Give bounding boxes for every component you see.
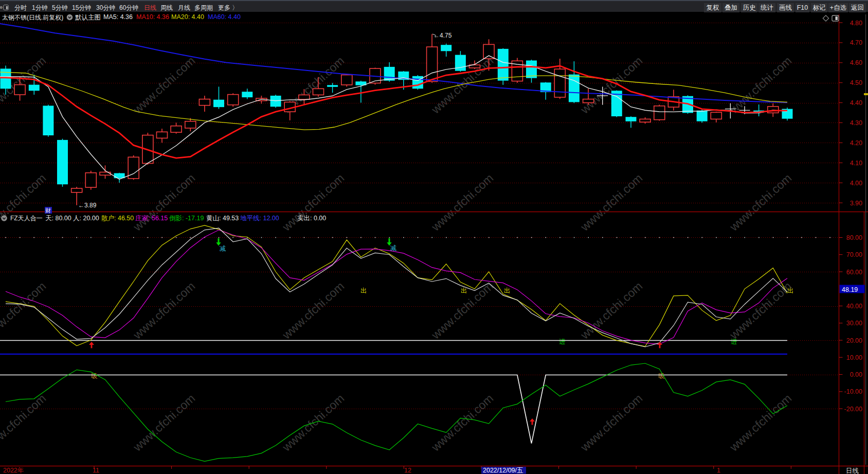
svg-text:11: 11 bbox=[93, 467, 99, 474]
svg-text:www.cfchi.com: www.cfchi.com bbox=[727, 171, 794, 234]
svg-text:出: 出 bbox=[787, 287, 794, 294]
svg-text:www.cfchi.com: www.cfchi.com bbox=[727, 392, 794, 454]
svg-text:出: 出 bbox=[504, 287, 511, 294]
svg-text:减: 减 bbox=[390, 244, 397, 252]
svg-text:www.cfchi.com: www.cfchi.com bbox=[279, 171, 347, 234]
svg-text:4.70: 4.70 bbox=[850, 39, 862, 46]
svg-text:www.cfchi.com: www.cfchi.com bbox=[0, 392, 48, 454]
svg-text:www.cfchi.com: www.cfchi.com bbox=[0, 171, 48, 234]
svg-text:出: 出 bbox=[360, 287, 367, 294]
svg-text:www.cfchi.com: www.cfchi.com bbox=[577, 392, 645, 454]
svg-text:20.00: 20.00 bbox=[846, 337, 862, 344]
svg-text:www.cfchi.com: www.cfchi.com bbox=[577, 171, 645, 234]
svg-text:←3.89: ←3.89 bbox=[78, 202, 97, 209]
svg-text:←4.75: ←4.75 bbox=[433, 32, 452, 39]
svg-text:4.80: 4.80 bbox=[850, 20, 862, 27]
svg-text:www.cfchi.com: www.cfchi.com bbox=[0, 279, 48, 342]
svg-text:1: 1 bbox=[717, 467, 720, 474]
svg-text:2022年: 2022年 bbox=[3, 467, 24, 474]
svg-text:减: 减 bbox=[220, 245, 226, 252]
svg-text:0.00: 0.00 bbox=[850, 371, 862, 378]
svg-text:www.cfchi.com: www.cfchi.com bbox=[279, 279, 347, 342]
svg-text:www.cfchi.com: www.cfchi.com bbox=[130, 279, 197, 342]
svg-text:4.40: 4.40 bbox=[850, 99, 862, 107]
svg-text:2022/12/09/五: 2022/12/09/五 bbox=[483, 467, 523, 474]
svg-text:4.60: 4.60 bbox=[850, 59, 862, 66]
svg-text:-20.00: -20.00 bbox=[844, 406, 862, 413]
svg-text:进: 进 bbox=[559, 338, 566, 345]
svg-text:48.19: 48.19 bbox=[842, 286, 858, 293]
svg-text:出: 出 bbox=[461, 287, 467, 294]
svg-text:财: 财 bbox=[45, 207, 51, 214]
svg-text:4.00: 4.00 bbox=[850, 180, 862, 187]
svg-text:-10.00: -10.00 bbox=[844, 388, 862, 395]
svg-text:12: 12 bbox=[404, 467, 411, 474]
svg-text:4.50: 4.50 bbox=[850, 79, 862, 86]
svg-text:进: 进 bbox=[731, 338, 737, 345]
svg-text:4.30: 4.30 bbox=[850, 119, 862, 127]
svg-text:www.cfchi.com: www.cfchi.com bbox=[428, 171, 496, 234]
svg-text:70.00: 70.00 bbox=[846, 251, 862, 258]
svg-text:4.10: 4.10 bbox=[850, 160, 862, 167]
svg-text:www.cfchi.com: www.cfchi.com bbox=[577, 279, 645, 342]
svg-text:4.20: 4.20 bbox=[850, 139, 862, 147]
svg-text:3.90: 3.90 bbox=[850, 200, 862, 207]
svg-text:www.cfchi.com: www.cfchi.com bbox=[130, 171, 197, 234]
svg-text:10.00: 10.00 bbox=[846, 354, 862, 361]
svg-text:40.00: 40.00 bbox=[846, 303, 862, 310]
svg-text:30.00: 30.00 bbox=[846, 320, 862, 327]
svg-text:60.00: 60.00 bbox=[846, 269, 862, 276]
svg-text:日线: 日线 bbox=[846, 467, 859, 474]
svg-text:www.cfchi.com: www.cfchi.com bbox=[130, 392, 197, 454]
svg-text:80.00: 80.00 bbox=[846, 234, 862, 241]
